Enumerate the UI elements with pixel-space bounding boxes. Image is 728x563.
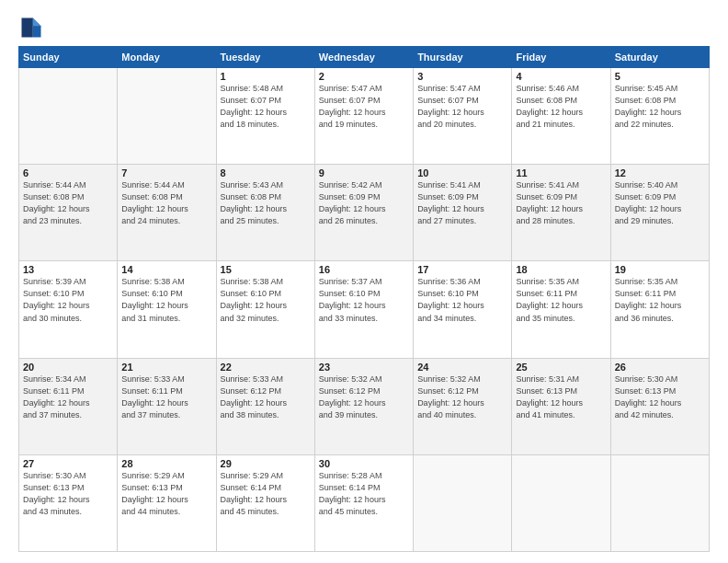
calendar-cell <box>118 68 216 165</box>
day-info: Sunrise: 5:28 AM Sunset: 6:14 PM Dayligh… <box>319 470 409 518</box>
calendar-cell: 13Sunrise: 5:39 AM Sunset: 6:10 PM Dayli… <box>19 261 118 358</box>
calendar-cell: 10Sunrise: 5:41 AM Sunset: 6:09 PM Dayli… <box>414 165 512 261</box>
day-info: Sunrise: 5:30 AM Sunset: 6:13 PM Dayligh… <box>23 470 113 518</box>
svg-rect-2 <box>22 18 33 38</box>
day-number: 14 <box>121 264 211 275</box>
day-info: Sunrise: 5:47 AM Sunset: 6:07 PM Dayligh… <box>417 83 507 131</box>
day-number: 13 <box>23 264 113 275</box>
calendar-cell: 7Sunrise: 5:44 AM Sunset: 6:08 PM Daylig… <box>118 165 216 261</box>
calendar-cell: 3Sunrise: 5:47 AM Sunset: 6:07 PM Daylig… <box>414 68 512 165</box>
day-info: Sunrise: 5:38 AM Sunset: 6:10 PM Dayligh… <box>221 276 311 324</box>
day-info: Sunrise: 5:32 AM Sunset: 6:12 PM Dayligh… <box>417 373 507 421</box>
day-number: 17 <box>417 264 507 275</box>
calendar-week-row: 27Sunrise: 5:30 AM Sunset: 6:13 PM Dayli… <box>19 454 710 551</box>
day-info: Sunrise: 5:36 AM Sunset: 6:10 PM Dayligh… <box>417 276 507 324</box>
day-info: Sunrise: 5:41 AM Sunset: 6:09 PM Dayligh… <box>516 179 606 227</box>
day-info: Sunrise: 5:47 AM Sunset: 6:07 PM Dayligh… <box>319 83 409 131</box>
day-info: Sunrise: 5:40 AM Sunset: 6:09 PM Dayligh… <box>615 179 705 227</box>
day-number: 5 <box>615 71 705 82</box>
day-info: Sunrise: 5:43 AM Sunset: 6:08 PM Dayligh… <box>221 179 311 227</box>
calendar-cell: 17Sunrise: 5:36 AM Sunset: 6:10 PM Dayli… <box>414 261 512 358</box>
day-number: 11 <box>516 167 606 178</box>
calendar-cell: 8Sunrise: 5:43 AM Sunset: 6:08 PM Daylig… <box>216 165 314 261</box>
logo-icon <box>18 15 44 40</box>
calendar-cell: 24Sunrise: 5:32 AM Sunset: 6:12 PM Dayli… <box>414 358 512 454</box>
svg-marker-1 <box>33 18 41 27</box>
calendar-cell: 16Sunrise: 5:37 AM Sunset: 6:10 PM Dayli… <box>314 261 413 358</box>
day-number: 7 <box>121 167 211 178</box>
day-number: 22 <box>221 362 311 373</box>
day-number: 6 <box>23 167 113 178</box>
day-info: Sunrise: 5:29 AM Sunset: 6:13 PM Dayligh… <box>121 470 211 518</box>
day-info: Sunrise: 5:35 AM Sunset: 6:11 PM Dayligh… <box>516 276 606 324</box>
day-number: 24 <box>417 362 507 373</box>
calendar-cell: 23Sunrise: 5:32 AM Sunset: 6:12 PM Dayli… <box>314 358 413 454</box>
calendar-cell <box>414 454 512 551</box>
calendar-cell: 19Sunrise: 5:35 AM Sunset: 6:11 PM Dayli… <box>610 261 709 358</box>
calendar-cell: 1Sunrise: 5:48 AM Sunset: 6:07 PM Daylig… <box>216 68 314 165</box>
page: SundayMondayTuesdayWednesdayThursdayFrid… <box>0 0 728 563</box>
calendar-cell: 14Sunrise: 5:38 AM Sunset: 6:10 PM Dayli… <box>118 261 216 358</box>
weekday-header-row: SundayMondayTuesdayWednesdayThursdayFrid… <box>19 47 710 68</box>
day-number: 26 <box>615 362 705 373</box>
logo <box>18 15 48 40</box>
calendar-cell: 15Sunrise: 5:38 AM Sunset: 6:10 PM Dayli… <box>216 261 314 358</box>
day-info: Sunrise: 5:29 AM Sunset: 6:14 PM Dayligh… <box>221 470 311 518</box>
calendar-cell: 25Sunrise: 5:31 AM Sunset: 6:13 PM Dayli… <box>512 358 610 454</box>
day-info: Sunrise: 5:39 AM Sunset: 6:10 PM Dayligh… <box>23 276 113 324</box>
day-number: 28 <box>121 458 211 469</box>
calendar-cell <box>512 454 610 551</box>
day-number: 15 <box>221 264 311 275</box>
calendar-cell: 2Sunrise: 5:47 AM Sunset: 6:07 PM Daylig… <box>314 68 413 165</box>
day-number: 19 <box>615 264 705 275</box>
day-number: 27 <box>23 458 113 469</box>
calendar-cell: 12Sunrise: 5:40 AM Sunset: 6:09 PM Dayli… <box>610 165 709 261</box>
calendar-cell: 27Sunrise: 5:30 AM Sunset: 6:13 PM Dayli… <box>19 454 118 551</box>
calendar-cell: 26Sunrise: 5:30 AM Sunset: 6:13 PM Dayli… <box>610 358 709 454</box>
day-number: 21 <box>121 362 211 373</box>
day-info: Sunrise: 5:45 AM Sunset: 6:08 PM Dayligh… <box>615 83 705 131</box>
day-info: Sunrise: 5:30 AM Sunset: 6:13 PM Dayligh… <box>615 373 705 421</box>
day-number: 2 <box>319 71 409 82</box>
calendar-week-row: 1Sunrise: 5:48 AM Sunset: 6:07 PM Daylig… <box>19 68 710 165</box>
day-number: 3 <box>417 71 507 82</box>
day-number: 29 <box>221 458 311 469</box>
day-number: 30 <box>319 458 409 469</box>
calendar-week-row: 20Sunrise: 5:34 AM Sunset: 6:11 PM Dayli… <box>19 358 710 454</box>
day-number: 18 <box>516 264 606 275</box>
calendar-cell: 6Sunrise: 5:44 AM Sunset: 6:08 PM Daylig… <box>19 165 118 261</box>
calendar-table: SundayMondayTuesdayWednesdayThursdayFrid… <box>18 46 710 552</box>
calendar-week-row: 6Sunrise: 5:44 AM Sunset: 6:08 PM Daylig… <box>19 165 710 261</box>
day-number: 12 <box>615 167 705 178</box>
day-info: Sunrise: 5:33 AM Sunset: 6:12 PM Dayligh… <box>221 373 311 421</box>
weekday-header-friday: Friday <box>512 47 610 68</box>
weekday-header-saturday: Saturday <box>610 47 709 68</box>
day-info: Sunrise: 5:33 AM Sunset: 6:11 PM Dayligh… <box>121 373 211 421</box>
weekday-header-sunday: Sunday <box>19 47 118 68</box>
day-info: Sunrise: 5:31 AM Sunset: 6:13 PM Dayligh… <box>516 373 606 421</box>
calendar-cell <box>610 454 709 551</box>
calendar-cell <box>19 68 118 165</box>
weekday-header-thursday: Thursday <box>414 47 512 68</box>
day-info: Sunrise: 5:34 AM Sunset: 6:11 PM Dayligh… <box>23 373 113 421</box>
day-info: Sunrise: 5:44 AM Sunset: 6:08 PM Dayligh… <box>23 179 113 227</box>
day-info: Sunrise: 5:44 AM Sunset: 6:08 PM Dayligh… <box>121 179 211 227</box>
weekday-header-monday: Monday <box>118 47 216 68</box>
day-info: Sunrise: 5:41 AM Sunset: 6:09 PM Dayligh… <box>417 179 507 227</box>
day-info: Sunrise: 5:48 AM Sunset: 6:07 PM Dayligh… <box>221 83 311 131</box>
day-info: Sunrise: 5:42 AM Sunset: 6:09 PM Dayligh… <box>319 179 409 227</box>
day-number: 23 <box>319 362 409 373</box>
header <box>18 15 710 40</box>
day-info: Sunrise: 5:38 AM Sunset: 6:10 PM Dayligh… <box>121 276 211 324</box>
calendar-cell: 29Sunrise: 5:29 AM Sunset: 6:14 PM Dayli… <box>216 454 314 551</box>
calendar-cell: 18Sunrise: 5:35 AM Sunset: 6:11 PM Dayli… <box>512 261 610 358</box>
day-number: 25 <box>516 362 606 373</box>
day-number: 4 <box>516 71 606 82</box>
day-info: Sunrise: 5:37 AM Sunset: 6:10 PM Dayligh… <box>319 276 409 324</box>
calendar-cell: 30Sunrise: 5:28 AM Sunset: 6:14 PM Dayli… <box>314 454 413 551</box>
calendar-cell: 9Sunrise: 5:42 AM Sunset: 6:09 PM Daylig… <box>314 165 413 261</box>
calendar-cell: 22Sunrise: 5:33 AM Sunset: 6:12 PM Dayli… <box>216 358 314 454</box>
day-number: 9 <box>319 167 409 178</box>
day-info: Sunrise: 5:35 AM Sunset: 6:11 PM Dayligh… <box>615 276 705 324</box>
day-number: 1 <box>221 71 311 82</box>
